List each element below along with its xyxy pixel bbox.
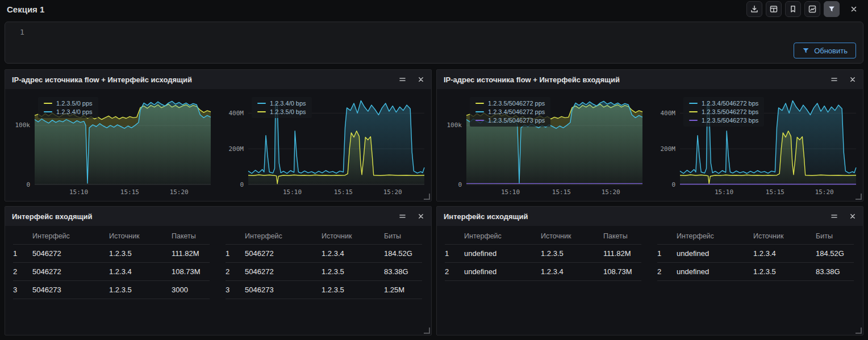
svg-text:200M: 200M — [229, 145, 244, 153]
legend-label: 1.2.3.5/5046273 pps — [488, 117, 545, 124]
close-section-button[interactable] — [846, 2, 861, 16]
chart-pps-incoming[interactable]: 0100k15:1015:1515:201.2.3.5/5046272 pps1… — [440, 93, 646, 198]
table-row[interactable]: 1undefined1.2.3.5111.82M — [445, 245, 641, 263]
legend-swatch — [44, 103, 52, 104]
table-row[interactable]: 250462721.2.3.583.38G — [226, 263, 422, 281]
table-header-row: ИнтерфейсИсточникПакеты — [13, 228, 210, 245]
table-cell: 184.52G — [384, 249, 422, 258]
table-view-button[interactable] — [766, 1, 782, 17]
svg-text:400M: 400M — [229, 110, 244, 117]
legend-item[interactable]: 1.2.3.4/0 pps — [44, 108, 93, 115]
svg-text:15:15: 15:15 — [334, 188, 353, 196]
table-cell: 1 — [657, 249, 677, 258]
table-cell: 1.2.3.4 — [322, 249, 384, 258]
svg-text:15:10: 15:10 — [715, 188, 733, 196]
table-cell: 111.82M — [172, 249, 210, 258]
legend-item[interactable]: 1.2.3.4/5046272 pps — [475, 108, 545, 115]
panel-close-icon[interactable] — [849, 213, 856, 220]
legend-item[interactable]: 1.2.3.5/5046273 pps — [475, 117, 545, 124]
filter-icon — [827, 5, 836, 14]
legend-item[interactable]: 1.2.3.5/5046272 pps — [475, 100, 545, 107]
table-header-row: ИнтерфейсИсточникПакеты — [445, 228, 641, 245]
chart-view-button[interactable] — [804, 1, 820, 17]
table-header-row: ИнтерфейсИсточникБиты — [657, 228, 854, 245]
resize-handle[interactable] — [856, 328, 862, 334]
legend-label: 1.2.3.5/5046272 pps — [488, 100, 545, 107]
legend-swatch — [689, 111, 698, 112]
legend-item[interactable]: 1.2.3.4/5046272 bps — [689, 100, 758, 107]
table-cell: undefined — [464, 249, 541, 258]
panel-body: 0100k15:1015:1515:201.2.3.5/0 pps1.2.3.4… — [5, 89, 431, 201]
filter-button[interactable] — [824, 1, 840, 17]
svg-text:15:10: 15:10 — [501, 188, 520, 196]
chart-legend: 1.2.3.4/0 bps1.2.3.5/0 bps — [252, 97, 312, 118]
table-cell: 108.73M — [172, 267, 210, 276]
panel-menu-icon[interactable] — [399, 76, 406, 83]
legend-item[interactable]: 1.2.3.4/0 bps — [257, 100, 306, 107]
svg-text:0: 0 — [671, 181, 675, 188]
panel-header: IP-адрес источника flow + Интерфейс вход… — [437, 70, 863, 89]
section-toolbar — [746, 1, 861, 17]
legend-item[interactable]: 1.2.3.5/0 pps — [44, 100, 93, 107]
table-row[interactable]: 2undefined1.2.3.4108.73M — [445, 263, 641, 281]
table-cell: 2 — [657, 267, 677, 276]
table-row[interactable]: 150462721.2.3.4184.52G — [226, 245, 422, 263]
table-cell: 2 — [445, 267, 464, 276]
panel-close-icon[interactable] — [418, 76, 424, 83]
dashboard-root: Секция 1 1 Обновить — [0, 0, 868, 340]
table-row[interactable]: 250462721.2.3.4108.73M — [13, 263, 210, 281]
svg-text:15:10: 15:10 — [283, 188, 302, 196]
table-cell: undefined — [464, 267, 541, 276]
chart-pps-outgoing[interactable]: 0100k15:1015:1515:201.2.3.5/0 pps1.2.3.4… — [9, 93, 214, 198]
table-cell: 3 — [226, 286, 245, 294]
svg-text:15:20: 15:20 — [170, 188, 189, 196]
table-row[interactable]: 1undefined1.2.3.4184.52G — [657, 245, 854, 263]
table-cell: 2 — [226, 267, 245, 276]
table-cell: undefined — [677, 267, 753, 276]
bookmark-button[interactable] — [785, 1, 801, 17]
table-cell: 1.2.3.5 — [109, 249, 172, 258]
panel-close-icon[interactable] — [418, 213, 424, 220]
table-header-cell: Биты — [816, 232, 854, 240]
panel-header: Интерфейс входящий — [5, 207, 431, 226]
svg-text:15:15: 15:15 — [120, 188, 139, 196]
query-editor[interactable]: 1 Обновить — [5, 22, 863, 64]
table-header-cell: Интерфейс — [245, 232, 322, 240]
table-cell: 1.2.3.4 — [109, 267, 172, 276]
table-header-cell: Источник — [753, 232, 816, 240]
table-cell: 1.2.3.5 — [109, 286, 172, 294]
table-cell: 5046272 — [245, 249, 322, 258]
chart-bps-outgoing[interactable]: 0200M400M15:1015:1515:201.2.3.4/0 bps1.2… — [222, 93, 428, 198]
svg-text:15:15: 15:15 — [552, 188, 571, 196]
chart-legend: 1.2.3.5/5046272 pps1.2.3.4/5046272 pps1.… — [470, 97, 550, 127]
svg-text:15:20: 15:20 — [815, 188, 834, 196]
panel-grid: IP-адрес источника flow + Интерфейс исхо… — [5, 69, 863, 335]
table-cell: 83.38G — [384, 267, 422, 276]
resize-handle[interactable] — [424, 328, 430, 334]
legend-item[interactable]: 1.2.3.5/5046273 bps — [689, 117, 758, 124]
section-header: Секция 1 — [0, 0, 868, 18]
legend-item[interactable]: 1.2.3.5/0 bps — [257, 108, 306, 115]
resize-handle[interactable] — [856, 194, 862, 200]
table-row[interactable]: 350462731.2.3.53000 — [13, 281, 210, 299]
legend-swatch — [475, 120, 484, 121]
legend-item[interactable]: 1.2.3.5/5046272 bps — [689, 108, 758, 115]
resize-handle[interactable] — [424, 194, 430, 200]
table-cell: 108.73M — [603, 267, 641, 276]
table-row[interactable]: 350462731.2.3.51.25M — [226, 281, 422, 299]
panel-menu-icon[interactable] — [831, 76, 838, 83]
chart-line-icon — [808, 5, 817, 14]
table-cell: 5046272 — [245, 267, 322, 276]
refresh-button-label: Обновить — [814, 47, 848, 55]
chart-bps-incoming[interactable]: 0200M400M15:1015:1515:201.2.3.4/5046272 … — [654, 93, 859, 198]
download-icon — [750, 5, 759, 14]
refresh-button[interactable]: Обновить — [794, 43, 856, 58]
panel-close-icon[interactable] — [849, 76, 856, 83]
panel-menu-icon[interactable] — [399, 213, 406, 220]
table-row[interactable]: 2undefined1.2.3.583.38G — [657, 263, 854, 281]
panel-menu-icon[interactable] — [831, 213, 838, 220]
table-row[interactable]: 150462721.2.3.5111.82M — [13, 245, 210, 263]
download-button[interactable] — [746, 1, 762, 17]
table-header-cell: Пакеты — [172, 232, 210, 240]
table-packets-outgoing: ИнтерфейсИсточникПакеты1undefined1.2.3.5… — [445, 228, 641, 335]
